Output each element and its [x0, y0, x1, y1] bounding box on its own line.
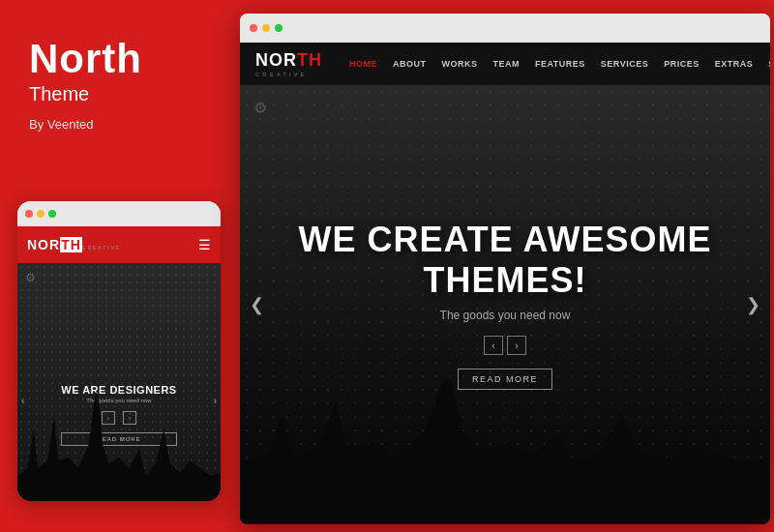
- theme-author: By Veented: [29, 117, 94, 132]
- desktop-nav: NORTH CREATIVE HOME ABOUT WORKS TEAM FEA…: [240, 43, 770, 85]
- mobile-hero-sub: The goods you need now: [61, 398, 176, 403]
- hamburger-icon[interactable]: ☰: [198, 237, 211, 252]
- desktop-logo-th: TH: [297, 50, 322, 70]
- hero-gear-icon: ⚙: [253, 99, 267, 117]
- desktop-logo-nor: NOR: [255, 50, 297, 70]
- desktop-slider-right[interactable]: ❯: [746, 294, 760, 315]
- mobile-hero: ⚙ WE ARE DESIGNERS The goods you need no…: [17, 263, 221, 501]
- hero-main-title: WE CREATE AWESOME THEMES!: [240, 220, 770, 301]
- desktop-logo-creative: CREATIVE: [255, 72, 322, 77]
- mobile-dot-red: [25, 210, 33, 218]
- nav-services[interactable]: SERVICES: [593, 59, 656, 69]
- mobile-mockup: NORTH CREATIVE ☰ ⚙ WE ARE DESIGNERS The …: [17, 201, 221, 501]
- desktop-mockup: NORTH CREATIVE HOME ABOUT WORKS TEAM FEA…: [240, 14, 770, 524]
- mobile-nav: NORTH CREATIVE ☰: [17, 226, 221, 263]
- mobile-logo-nor: NOR: [27, 237, 60, 252]
- desktop-dot-green: [275, 24, 283, 32]
- desktop-hero: ⚙ WE CREATE AWESOME THEMES! The goods yo…: [240, 85, 770, 524]
- hero-prev-btn[interactable]: ‹: [484, 336, 503, 355]
- nav-features[interactable]: FEATURES: [527, 59, 593, 69]
- mobile-hero-text: WE ARE DESIGNERS The goods you need now …: [61, 384, 176, 446]
- theme-subtitle: Theme: [29, 83, 89, 105]
- nav-about[interactable]: ABOUT: [385, 59, 434, 69]
- mobile-dot-green: [48, 210, 56, 218]
- theme-title: North: [29, 39, 142, 79]
- nav-home[interactable]: HOME: [342, 59, 385, 69]
- mobile-logo: NORTH CREATIVE: [27, 236, 121, 253]
- mobile-logo-creative: CREATIVE: [82, 245, 122, 251]
- hero-read-more-button[interactable]: READ MORE: [458, 369, 552, 390]
- nav-extras[interactable]: EXTRAS: [707, 59, 761, 69]
- hero-subtitle: The goods you need now: [240, 309, 770, 322]
- nav-shop[interactable]: SHOP: [760, 59, 770, 69]
- nav-works[interactable]: WORKS: [434, 59, 486, 69]
- nav-prices[interactable]: PRICES: [656, 59, 707, 69]
- mobile-gear-icon: ⚙: [25, 271, 36, 284]
- mobile-logo-th: TH: [60, 237, 82, 252]
- desktop-dot-red: [250, 24, 257, 32]
- desktop-dot-yellow: [262, 24, 270, 32]
- mobile-slider-left[interactable]: ‹: [21, 396, 24, 406]
- mobile-next-arrow[interactable]: ›: [123, 411, 136, 425]
- desktop-nav-items: HOME ABOUT WORKS TEAM FEATURES SERVICES …: [342, 57, 770, 71]
- desktop-content: NORTH CREATIVE HOME ABOUT WORKS TEAM FEA…: [240, 43, 770, 524]
- hero-nav-arrows: ‹ ›: [240, 336, 770, 355]
- mobile-dot-yellow: [37, 210, 45, 218]
- mobile-browser-bar: [17, 201, 221, 226]
- mobile-hero-title: WE ARE DESIGNERS: [61, 384, 176, 396]
- mobile-nav-arrows: ‹ ›: [61, 411, 176, 425]
- nav-team[interactable]: TEAM: [486, 59, 528, 69]
- mobile-slider-right[interactable]: ›: [214, 396, 217, 406]
- desktop-browser-bar: [240, 14, 770, 43]
- hero-next-btn[interactable]: ›: [507, 336, 526, 355]
- desktop-slider-left[interactable]: ❮: [250, 294, 264, 315]
- desktop-logo: NORTH CREATIVE: [255, 50, 322, 77]
- mobile-content: NORTH CREATIVE ☰ ⚙ WE ARE DESIGNERS The …: [17, 226, 221, 501]
- mobile-prev-arrow[interactable]: ‹: [102, 411, 115, 425]
- hero-text: WE CREATE AWESOME THEMES! The goods you …: [240, 220, 770, 390]
- mobile-read-more-button[interactable]: READ MORE: [61, 432, 176, 446]
